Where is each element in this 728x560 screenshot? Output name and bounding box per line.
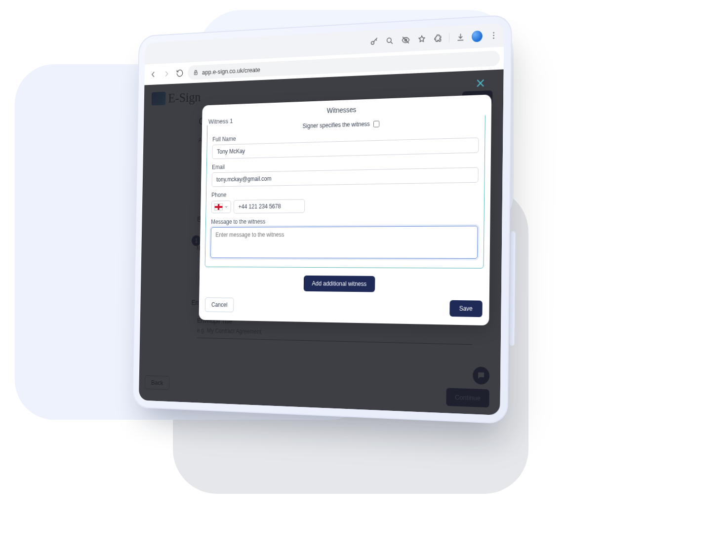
kebab-menu-icon[interactable] <box>488 30 499 41</box>
add-additional-witness-button[interactable]: Add additional witness <box>304 276 375 292</box>
incognito-eye-off-icon[interactable] <box>401 34 411 45</box>
flag-gb-icon <box>214 203 223 210</box>
phone-country-select[interactable] <box>211 200 231 213</box>
chat-launcher[interactable] <box>473 366 489 385</box>
back-icon[interactable] <box>148 68 159 81</box>
tablet-frame: app.e-sign.co.uk/create E-Sign …ions Cre… <box>132 14 512 424</box>
svg-point-4 <box>493 35 494 37</box>
toolbar-divider <box>449 33 449 43</box>
svg-point-0 <box>371 41 374 44</box>
witness-legend: Witness 1 <box>206 117 236 125</box>
close-icon <box>474 76 487 90</box>
scene-3d: app.e-sign.co.uk/create E-Sign …ions Cre… <box>30 0 612 494</box>
extensions-icon[interactable] <box>433 33 444 44</box>
app-page: E-Sign …ions Create Add D… Envel… 1 N… S… <box>139 69 504 415</box>
message-label: Message to the witness <box>211 216 478 225</box>
recipient-role-select[interactable]: Signer <box>449 255 486 271</box>
svg-point-3 <box>493 32 494 34</box>
witnesses-modal: Witnesses Signer specifies the witness W… <box>199 94 491 325</box>
email-label: Email <box>212 158 479 171</box>
modal-close-button[interactable] <box>474 76 487 90</box>
phone-input[interactable] <box>234 199 305 213</box>
phone-label: Phone <box>211 188 478 199</box>
modal-footer: Cancel Save <box>199 290 489 317</box>
zoom-icon[interactable] <box>385 35 395 46</box>
forward-icon[interactable] <box>161 68 172 80</box>
svg-point-2 <box>404 39 406 41</box>
modal-title: Witnesses <box>327 106 357 115</box>
download-icon[interactable] <box>455 31 466 43</box>
email-input[interactable] <box>211 167 478 187</box>
chat-icon <box>477 371 485 380</box>
chevron-down-icon <box>476 260 481 265</box>
svg-point-1 <box>387 38 392 43</box>
bookmark-star-icon[interactable] <box>416 34 427 45</box>
continue-button[interactable]: Continue <box>446 388 489 407</box>
witness-fieldset: Signer specifies the witness Witness 1 F… <box>205 113 485 269</box>
message-textarea[interactable] <box>210 226 478 259</box>
key-icon[interactable] <box>369 36 379 47</box>
save-button[interactable]: Save <box>449 300 483 317</box>
svg-point-5 <box>493 38 494 39</box>
reload-icon[interactable] <box>174 67 185 80</box>
chevron-down-icon <box>225 205 228 209</box>
cancel-button[interactable]: Cancel <box>205 297 234 312</box>
profile-avatar[interactable] <box>472 31 483 42</box>
url-text: app.e-sign.co.uk/create <box>202 66 260 76</box>
site-info-icon <box>193 69 199 76</box>
header-action-button[interactable]: …ions <box>462 90 493 106</box>
signer-specifies-checkbox[interactable] <box>373 120 379 127</box>
tablet-screen: app.e-sign.co.uk/create E-Sign …ions Cre… <box>139 23 504 415</box>
